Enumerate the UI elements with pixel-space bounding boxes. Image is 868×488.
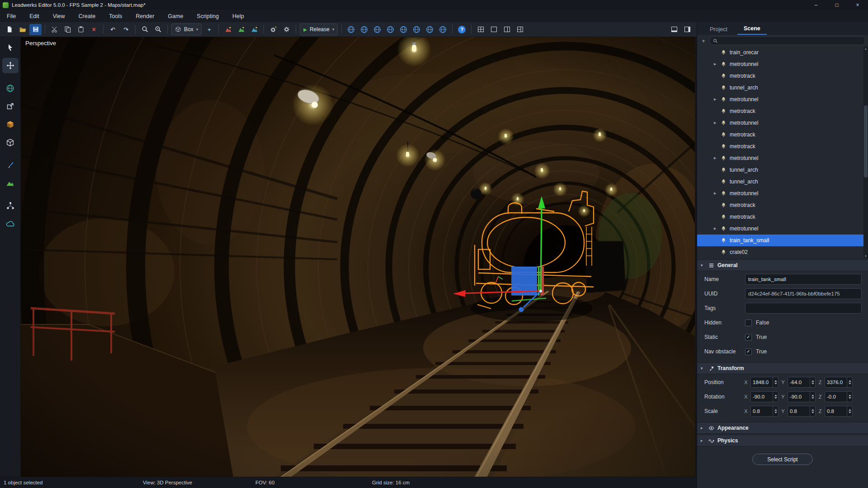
expander-icon[interactable]: ▶ — [714, 156, 721, 160]
hierarchy-tool-button[interactable] — [2, 198, 19, 213]
spinner[interactable] — [773, 377, 778, 387]
tree-item[interactable]: ▶metrotunnel — [697, 117, 868, 129]
scene-search-input[interactable] — [720, 38, 862, 44]
tree-item[interactable]: ▶metrotunnel — [697, 223, 868, 235]
undo-button[interactable]: ↶ — [107, 24, 119, 35]
section-physics[interactable]: ▸ Physics — [697, 435, 868, 446]
wire-box-tool-button[interactable] — [2, 135, 19, 150]
menu-view[interactable]: View — [46, 10, 72, 22]
scale-y-input[interactable] — [788, 406, 810, 416]
nav-obstacle-checkbox[interactable]: ✓ — [745, 348, 752, 355]
spinner[interactable] — [773, 392, 778, 402]
scale-z-input[interactable] — [825, 406, 847, 416]
toggle-console-button[interactable] — [668, 24, 680, 35]
section-appearance[interactable]: ▸ Appearance — [697, 422, 868, 434]
tree-item[interactable]: metrotrack — [697, 199, 868, 211]
scroll-up-icon[interactable]: ▲ — [864, 47, 868, 50]
minimize-button[interactable]: – — [806, 0, 826, 10]
menu-edit[interactable]: Edit — [23, 10, 46, 22]
expander-icon[interactable]: ▶ — [714, 98, 721, 101]
render-mode-7-button[interactable] — [424, 24, 436, 35]
tags-field[interactable] — [745, 305, 861, 311]
render-mode-4-button[interactable] — [384, 24, 396, 35]
terrain-tool-button[interactable] — [2, 175, 19, 191]
render-mode-8-button[interactable] — [437, 24, 449, 35]
tree-item[interactable]: ▶metrotunnel — [697, 188, 868, 199]
redo-button[interactable]: ↷ — [120, 24, 132, 35]
viewport[interactable]: Perspective — [21, 37, 695, 477]
export-tool-button[interactable] — [2, 99, 19, 114]
viewport-canvas[interactable] — [21, 37, 695, 477]
uuid-field[interactable] — [745, 291, 861, 296]
cut-button[interactable] — [48, 24, 61, 35]
render-mode-6-button[interactable] — [410, 24, 423, 35]
spinner[interactable] — [847, 392, 852, 402]
section-transform[interactable]: ▾ Transform — [697, 362, 868, 374]
comment-tool-button[interactable] — [2, 216, 19, 231]
menu-render[interactable]: Render — [129, 10, 161, 22]
terrain-paint-button[interactable] — [235, 24, 247, 35]
primitive-dropdown[interactable]: Box ▾ — [171, 23, 202, 35]
tree-item-selected[interactable]: train_tank_small — [697, 235, 868, 246]
zoom-button[interactable] — [139, 24, 151, 35]
tree-item[interactable]: metrotrack — [697, 129, 868, 141]
close-button[interactable]: × — [847, 0, 868, 10]
select-tool-button[interactable] — [2, 40, 19, 55]
hidden-checkbox[interactable] — [745, 319, 752, 326]
layout-single-button[interactable] — [488, 24, 500, 35]
render-mode-5-button[interactable] — [397, 24, 410, 35]
terrain-sculpt-button[interactable] — [222, 24, 234, 35]
tree-item[interactable]: train_orecar — [697, 47, 868, 58]
tree-item[interactable]: metrotrack — [697, 141, 868, 152]
render-mode-1-button[interactable] — [345, 24, 357, 35]
tree-item[interactable]: ▶metrotunnel — [697, 152, 868, 164]
spinner[interactable] — [810, 377, 815, 387]
rotate-tool-button[interactable] — [2, 80, 19, 96]
paste-button[interactable] — [75, 24, 87, 35]
open-button[interactable] — [16, 24, 28, 35]
menu-create[interactable]: Create — [72, 10, 103, 22]
name-field[interactable] — [745, 277, 861, 282]
layout-split-button[interactable] — [514, 24, 526, 35]
tree-item[interactable]: tunnel_arch — [697, 176, 868, 188]
add-primitive-button[interactable]: + — [203, 24, 215, 35]
new-file-button[interactable] — [3, 24, 15, 35]
position-z-input[interactable] — [825, 377, 847, 387]
run-config-dropdown[interactable]: ▶ Release ▾ — [300, 23, 338, 35]
section-general[interactable]: ▾ General — [697, 259, 868, 271]
static-checkbox[interactable]: ✓ — [745, 334, 752, 341]
menu-file[interactable]: File — [0, 10, 23, 22]
layout-quad-button[interactable] — [475, 24, 487, 35]
layout-columns-button[interactable] — [501, 24, 513, 35]
save-button[interactable] — [29, 24, 42, 35]
spinner[interactable] — [847, 377, 852, 387]
menu-game[interactable]: Game — [161, 10, 190, 22]
spinner[interactable] — [773, 406, 778, 416]
settings-button[interactable] — [280, 24, 292, 35]
menu-scripting[interactable]: Scripting — [190, 10, 226, 22]
zoom-extents-button[interactable] — [152, 24, 164, 35]
tree-item[interactable]: metrotrack — [697, 211, 868, 223]
spinner[interactable] — [810, 392, 815, 402]
maximize-button[interactable]: □ — [826, 0, 847, 10]
menu-tools[interactable]: Tools — [102, 10, 129, 22]
settings-effects-button[interactable] — [267, 24, 279, 35]
spinner[interactable] — [847, 406, 852, 416]
scale-x-input[interactable] — [751, 406, 773, 416]
render-mode-2-button[interactable] — [358, 24, 370, 35]
expander-icon[interactable]: ▶ — [714, 192, 721, 195]
tree-item[interactable]: metrotrack — [697, 105, 868, 117]
expander-icon[interactable]: ▶ — [714, 121, 721, 125]
tree-item[interactable]: metrotrack — [697, 70, 868, 82]
spinner[interactable] — [810, 406, 815, 416]
help-button[interactable]: ? — [456, 24, 468, 35]
tab-project[interactable]: Project — [703, 24, 734, 35]
terrain-layer-button[interactable] — [248, 24, 260, 35]
rotation-y-input[interactable] — [788, 392, 810, 402]
toggle-sidebar-button[interactable] — [681, 24, 693, 35]
tree-scrollbar[interactable]: ▲ ▼ — [863, 47, 868, 258]
tab-scene[interactable]: Scene — [737, 23, 767, 35]
scene-search[interactable] — [709, 36, 865, 45]
tree-item[interactable]: crate02 — [697, 246, 868, 258]
paint-tool-button[interactable] — [2, 157, 19, 173]
